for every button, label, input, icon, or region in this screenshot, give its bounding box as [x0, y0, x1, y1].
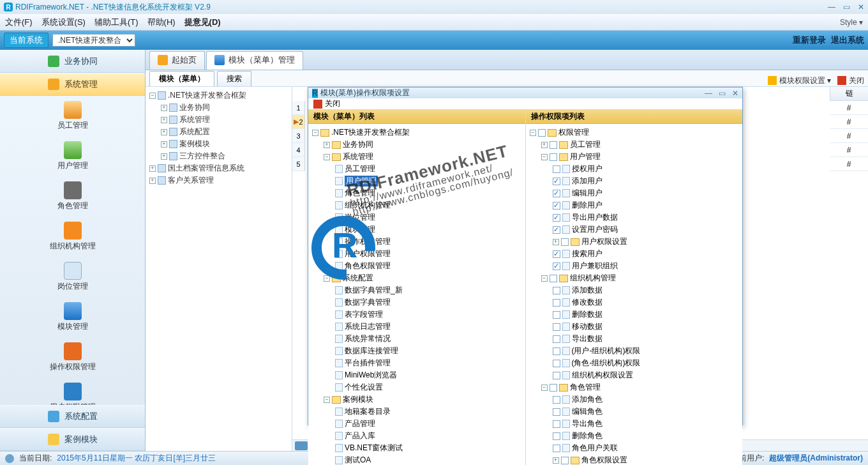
tree-node[interactable]: 编辑角色	[550, 406, 740, 418]
sidebar-item-6[interactable]: 操作权限管理	[0, 337, 145, 377]
grid-column-link[interactable]: 链	[830, 87, 868, 101]
checkbox[interactable]	[553, 372, 560, 379]
checkbox[interactable]	[553, 226, 560, 234]
tree-node[interactable]: 角色管理	[333, 187, 523, 199]
checkbox[interactable]	[553, 396, 560, 404]
tree-node[interactable]: 移动数据	[550, 321, 740, 333]
module-tree[interactable]: −.NET快速开发整合框架+业务协同−系统管理员工管理用户管理角色管理组织机构管…	[308, 124, 525, 465]
row-num[interactable]: 3	[292, 129, 305, 143]
tree-node[interactable]: VB.NET窗体测试	[333, 442, 523, 454]
tree-node[interactable]: 模块管理	[333, 224, 523, 236]
dialog-close-button[interactable]: ✕	[732, 89, 738, 98]
tree-node[interactable]: +业务协同	[321, 139, 523, 151]
tree-node[interactable]: 数据库连接管理	[333, 345, 523, 357]
sidebar-item-0[interactable]: 员工管理	[0, 96, 145, 136]
tree-node[interactable]: 岗位管理	[333, 211, 523, 224]
subtab-search[interactable]: 搜索	[217, 71, 251, 86]
tree-node[interactable]: 导出角色	[550, 418, 740, 430]
tree-node[interactable]: −案例模块	[321, 393, 523, 406]
checkbox[interactable]	[561, 238, 569, 246]
checkbox[interactable]	[553, 360, 560, 367]
checkbox[interactable]	[550, 275, 557, 282]
dialog-minimize-button[interactable]: ―	[705, 89, 712, 98]
tree-node[interactable]: MiniWeb浏览器	[333, 369, 523, 381]
tree-node[interactable]: 删除数据	[550, 309, 740, 321]
tree-node[interactable]: 角色用户关联	[550, 442, 740, 454]
menu-help[interactable]: 帮助(H)	[147, 17, 176, 28]
checkbox[interactable]	[553, 202, 560, 210]
relogin-link[interactable]: 重新登录	[793, 34, 826, 46]
tree-node[interactable]: 数据字典管理	[333, 296, 523, 309]
tree-node[interactable]: −系统配置	[321, 272, 523, 284]
checkbox[interactable]	[553, 432, 560, 440]
dialog-close-menu[interactable]: 关闭	[313, 98, 340, 109]
menu-feedback[interactable]: 提意见(D)	[184, 17, 221, 28]
checkbox[interactable]	[553, 178, 560, 185]
checkbox[interactable]	[538, 129, 546, 137]
checkbox[interactable]	[553, 347, 560, 355]
tree-node[interactable]: 添加用户	[550, 175, 740, 187]
tree-node[interactable]: −组织机构管理	[539, 272, 740, 284]
checkbox[interactable]	[553, 214, 560, 222]
tree-node[interactable]: 用户管理	[333, 175, 523, 187]
tree-node[interactable]: +系统配置	[158, 126, 290, 138]
tree-node[interactable]: 设置用户密码	[550, 224, 740, 236]
tree-node[interactable]: 平台插件管理	[333, 357, 523, 369]
close-button[interactable]: ✕	[858, 3, 864, 11]
sidebar-group-sysconf[interactable]: 系统配置	[0, 405, 145, 428]
module-perm-button[interactable]: 模块权限设置 ▾	[768, 75, 831, 86]
sidebar-item-2[interactable]: 角色管理	[0, 176, 145, 217]
menu-tools[interactable]: 辅助工具(T)	[94, 17, 138, 28]
sidebar-item-4[interactable]: 岗位管理	[0, 257, 145, 297]
tree-node[interactable]: 地籍案卷目录	[333, 406, 523, 418]
tree-node[interactable]: 导出用户数据	[550, 211, 740, 224]
checkbox[interactable]	[561, 457, 569, 464]
checkbox[interactable]	[553, 311, 560, 319]
tab-start[interactable]: 起始页	[149, 51, 205, 70]
left-tree[interactable]: −.NET快速开发整合框架 +业务协同+系统管理+系统配置+案例模块+三方控件整…	[146, 87, 292, 451]
checkbox[interactable]	[553, 323, 560, 331]
checkbox[interactable]	[553, 420, 560, 428]
checkbox[interactable]	[550, 384, 557, 392]
row-num[interactable]: 5	[292, 157, 305, 171]
tree-node[interactable]: 测试OA	[333, 454, 523, 465]
tree-node[interactable]: +业务协同	[158, 102, 290, 114]
checkbox[interactable]	[553, 165, 560, 173]
menu-settings[interactable]: 系统设置(S)	[41, 17, 86, 28]
checkbox[interactable]	[550, 141, 557, 149]
dialog-maximize-button[interactable]: ▭	[719, 89, 726, 98]
row-num[interactable]: 1	[292, 101, 305, 115]
tree-node[interactable]: 删除用户	[550, 199, 740, 211]
tree-node[interactable]: 搜索用户	[550, 248, 740, 260]
tree-node[interactable]: 角色权限管理	[333, 260, 523, 272]
tree-node[interactable]: 组织机构权限设置	[550, 369, 740, 381]
tree-node[interactable]: 组织机构管理	[333, 199, 523, 211]
tree-node[interactable]: (用户-组织机构)权限	[550, 345, 740, 357]
system-select[interactable]: .NET快速开发整合	[52, 34, 135, 47]
tree-node[interactable]: 授权用户	[550, 163, 740, 175]
tree-node[interactable]: 系统异常情况	[333, 333, 523, 345]
sidebar-group-biz[interactable]: 业务协同	[0, 50, 145, 73]
tree-node[interactable]: (角色-组织机构)权限	[550, 357, 740, 369]
tree-node[interactable]: 添加角色	[550, 393, 740, 406]
tree-node[interactable]: −系统管理	[321, 151, 523, 163]
style-dropdown[interactable]: Style ▾	[840, 18, 863, 27]
tree-node[interactable]: +三方控件整合	[158, 150, 290, 162]
subtab-module[interactable]: 模块（菜单）	[149, 71, 214, 86]
row-num[interactable]: ▶2	[292, 115, 305, 129]
sidebar-item-3[interactable]: 组织机构管理	[0, 217, 145, 257]
perm-tree[interactable]: −权限管理+员工管理−用户管理授权用户添加用户编辑用户删除用户导出用户数据设置用…	[526, 124, 743, 465]
checkbox[interactable]	[553, 250, 560, 258]
sidebar-item-7[interactable]: 用户权限管理	[0, 377, 145, 405]
tree-node[interactable]: +国土档案管理信息系统	[147, 162, 290, 174]
tree-node[interactable]: +用户权限设置	[550, 236, 740, 248]
tree-node[interactable]: 数据字典管理_新	[333, 284, 523, 296]
tree-node[interactable]: 个性化设置	[333, 381, 523, 393]
row-num[interactable]: 4	[292, 143, 305, 157]
tree-node[interactable]: 编辑用户	[550, 187, 740, 199]
checkbox[interactable]	[550, 153, 557, 161]
tree-node[interactable]: 添加数据	[550, 284, 740, 296]
sidebar-group-sysmgmt[interactable]: 系统管理	[0, 73, 145, 96]
tree-node[interactable]: 用户兼职组织	[550, 260, 740, 272]
tree-node[interactable]: 系统日志管理	[333, 321, 523, 333]
